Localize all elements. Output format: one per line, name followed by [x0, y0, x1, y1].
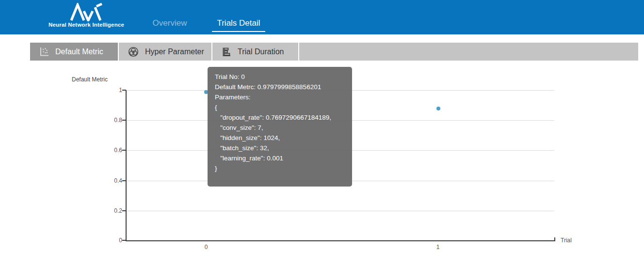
x-axis-line: [126, 240, 555, 241]
x-axis-title: Trial: [561, 237, 572, 244]
x-tick-label: 1: [432, 244, 444, 250]
nni-logo-icon: [69, 3, 104, 21]
tab-trial-duration[interactable]: Trial Duration: [212, 43, 299, 61]
scatter-point-trial-1[interactable]: [436, 107, 440, 110]
nav-tab-overview[interactable]: Overview: [145, 0, 194, 34]
tooltip-json-line: "dropout_rate": 0.7697290667184189,: [215, 112, 352, 123]
nav-tab-trials-detail[interactable]: Trials Detail: [212, 0, 265, 34]
y-axis-tick: [122, 210, 126, 211]
tab-default-metric-label: Default Metric: [55, 47, 103, 56]
tab-hyper-parameter[interactable]: Hyper Parameter: [119, 43, 212, 61]
tab-trial-duration-label: Trial Duration: [238, 47, 284, 56]
venn-diagram-icon: [128, 46, 139, 58]
x-tick-label: 0: [200, 244, 212, 250]
y-axis-tick: [122, 120, 126, 121]
x-axis-end-tick: [554, 237, 555, 241]
gridline: [126, 211, 554, 211]
y-tick-label: 1: [97, 87, 122, 94]
tooltip-json-line: "learning_rate": 0.001: [215, 153, 352, 163]
nav-tab-overview-label: Overview: [145, 18, 194, 32]
tab-default-metric[interactable]: Default Metric: [30, 43, 119, 61]
tooltip-parameters-heading: Parameters:: [215, 92, 352, 102]
trial-tooltip: Trial No: 0 Default Metrc: 0.97979998588…: [208, 67, 352, 187]
app-header: Neural Network Intelligence Overview Tri…: [0, 0, 644, 34]
y-axis-tick: [122, 90, 126, 91]
tab-hyper-parameter-label: Hyper Parameter: [145, 47, 204, 56]
y-axis-tick: [122, 150, 126, 151]
scatter-plot-icon: [39, 47, 49, 57]
y-axis-tick: [122, 180, 126, 181]
y-tick-label: 0.6: [97, 147, 122, 154]
chart-y-axis-title: Default Metric: [72, 76, 108, 83]
tooltip-json-line: }: [215, 163, 352, 173]
tooltip-json-line: "conv_size": 7,: [215, 123, 352, 133]
nni-logo: Neural Network Intelligence: [44, 2, 129, 33]
y-tick-label: 0.2: [97, 207, 122, 214]
nav-tab-trials-detail-label: Trials Detail: [212, 18, 265, 32]
y-axis-tick: [122, 240, 126, 241]
y-tick-label: 0: [97, 237, 122, 244]
chart-tabbar: Default Metric Hyper Parameter: [30, 43, 638, 61]
header-nav: Overview Trials Detail: [145, 0, 265, 34]
horizontal-bar-chart-icon: [221, 47, 232, 57]
tooltip-json-line: "hidden_size": 1024,: [215, 133, 352, 143]
logo-title: Neural Network Intelligence: [44, 22, 129, 28]
y-tick-label: 0.4: [97, 177, 122, 184]
y-axis-line: [126, 90, 127, 241]
tooltip-json-line: {: [215, 102, 352, 112]
tooltip-trial-no: Trial No: 0: [215, 72, 352, 82]
tooltip-default-metric: Default Metrc: 0.9797999858856201: [215, 82, 352, 92]
tooltip-json-line: "batch_size": 32,: [215, 143, 352, 153]
y-tick-label: 0.8: [97, 117, 122, 124]
nni-app: Neural Network Intelligence Overview Tri…: [0, 0, 644, 266]
